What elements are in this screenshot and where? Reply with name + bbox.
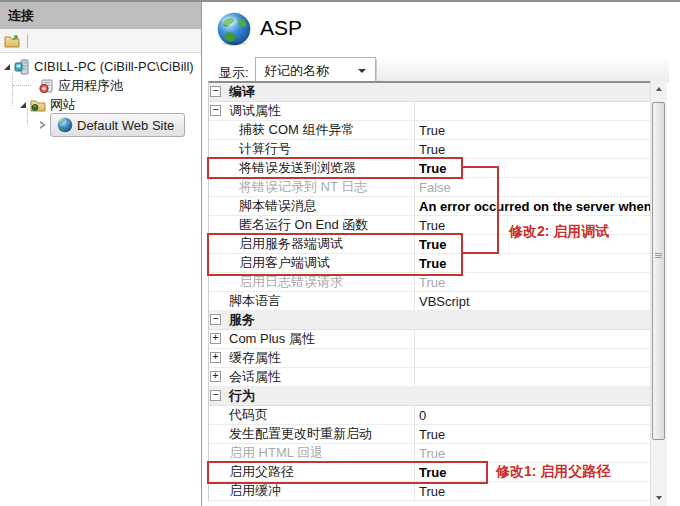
- property-value-cell[interactable]: True: [414, 121, 653, 139]
- property-name-cell: −编译: [209, 83, 414, 101]
- grid-row[interactable]: 启用服务器端调试True: [209, 235, 653, 254]
- display-label: 显示:: [219, 64, 249, 82]
- property-value-cell[interactable]: True: [414, 235, 653, 253]
- connections-toolbar: [0, 29, 201, 53]
- chevron-down-icon: [358, 69, 366, 73]
- arrow-down-icon: [656, 496, 662, 500]
- grid-row[interactable]: 启用 HTML 回退True: [209, 444, 653, 463]
- application-pools-icon: [38, 78, 54, 94]
- property-value-cell[interactable]: True: [414, 216, 653, 234]
- collapse-icon[interactable]: −: [210, 105, 221, 116]
- grid-row[interactable]: 脚本错误消息An error occurred on the server wh…: [209, 197, 653, 216]
- vertical-scrollbar[interactable]: [650, 81, 667, 506]
- property-value-cell[interactable]: [414, 311, 653, 329]
- property-label: 脚本语言: [209, 292, 281, 310]
- property-label: 计算行号: [209, 140, 291, 158]
- expand-icon[interactable]: +: [210, 333, 221, 344]
- property-value-cell[interactable]: [414, 83, 653, 101]
- property-value-cell[interactable]: [414, 330, 653, 348]
- property-value-cell[interactable]: [414, 368, 653, 386]
- property-label: 启用缓冲: [209, 482, 281, 500]
- property-value-cell[interactable]: True: [414, 463, 653, 481]
- grid-tab-strip: [376, 59, 669, 83]
- asp-globe-icon: [216, 11, 252, 47]
- property-name-cell: −服务: [209, 311, 414, 329]
- scroll-up-button[interactable]: [651, 81, 667, 97]
- property-label: 代码页: [209, 406, 268, 424]
- property-value-cell[interactable]: [414, 387, 653, 405]
- grid-row[interactable]: 捕获 COM 组件异常True: [209, 121, 653, 140]
- display-mode-dropdown[interactable]: 好记的名称: [255, 57, 376, 83]
- expand-icon[interactable]: +: [210, 371, 221, 382]
- tree-item-default-web-site[interactable]: Default Web Site: [40, 114, 185, 136]
- grid-row[interactable]: +Com Plus 属性: [209, 330, 653, 349]
- property-name-cell: 脚本错误消息: [209, 197, 414, 215]
- tree-item-sites[interactable]: 网站: [20, 95, 76, 114]
- grid-row[interactable]: 发生配置更改时重新启动True: [209, 425, 653, 444]
- property-value-cell[interactable]: True: [414, 482, 653, 500]
- property-value-cell[interactable]: An error occurred on the server when: [414, 197, 653, 215]
- property-value-cell[interactable]: [414, 102, 653, 120]
- property-label: 匿名运行 On End 函数: [209, 216, 368, 234]
- grid-row[interactable]: 启用缓冲True: [209, 482, 653, 501]
- grid-row[interactable]: 启用父路径True: [209, 463, 653, 482]
- server-icon: [14, 59, 30, 75]
- property-label: 启用日志错误请求: [209, 273, 343, 291]
- new-connection-folder-icon[interactable]: [4, 33, 20, 49]
- grid-row[interactable]: −行为: [209, 387, 653, 406]
- grid-row[interactable]: −调试属性: [209, 102, 653, 121]
- property-value-cell[interactable]: VBScript: [414, 292, 653, 310]
- asp-feature-page: ASP 显示: 好记的名称 −编译−调试属性捕获 COM 组件异常True计算行…: [203, 2, 680, 506]
- property-value-cell[interactable]: True: [414, 254, 653, 272]
- property-name-cell: 计算行号: [209, 140, 414, 158]
- collapse-icon[interactable]: −: [210, 314, 221, 325]
- expanded-arrow-icon[interactable]: [20, 102, 26, 108]
- expand-icon[interactable]: +: [210, 352, 221, 363]
- grid-row[interactable]: +缓存属性: [209, 349, 653, 368]
- grid-row[interactable]: 将错误记录到 NT 日志False: [209, 178, 653, 197]
- property-label: 将错误发送到浏览器: [209, 159, 356, 177]
- property-label: 启用父路径: [209, 463, 294, 481]
- toolbar-separator: [27, 34, 28, 48]
- connections-tree: CIBILL-PC (CiBill-PC\CiBill) 应用程序池: [0, 53, 201, 505]
- property-value-cell[interactable]: [414, 349, 653, 367]
- collapsed-arrow-icon[interactable]: [40, 121, 46, 129]
- grid-row[interactable]: 代码页0: [209, 406, 653, 425]
- grid-row[interactable]: 启用日志错误请求True: [209, 273, 653, 292]
- expanded-arrow-icon[interactable]: [4, 64, 10, 70]
- collapse-icon[interactable]: −: [210, 86, 221, 97]
- property-value-cell[interactable]: True: [414, 425, 653, 443]
- property-value-cell[interactable]: False: [414, 178, 653, 196]
- scrollbar-thumb[interactable]: [652, 102, 665, 440]
- property-label: 捕获 COM 组件异常: [209, 121, 355, 139]
- selected-item-highlight[interactable]: Default Web Site: [50, 113, 185, 137]
- grid-row[interactable]: 匿名运行 On End 函数True: [209, 216, 653, 235]
- iis-manager-window: 连接 CIBILL-PC (CiBill-PC\CiB: [0, 0, 680, 506]
- tree-item-server[interactable]: CIBILL-PC (CiBill-PC\CiBill): [4, 57, 194, 76]
- property-value-cell[interactable]: True: [414, 159, 653, 177]
- tree-item-application-pools[interactable]: 应用程序池: [34, 76, 123, 95]
- grid-row[interactable]: 计算行号True: [209, 140, 653, 159]
- page-title: ASP: [260, 16, 302, 40]
- property-label: 启用服务器端调试: [209, 235, 343, 253]
- property-value-cell[interactable]: 0: [414, 406, 653, 424]
- grid-row[interactable]: 脚本语言VBScript: [209, 292, 653, 311]
- display-mode-value: 好记的名称: [264, 62, 329, 80]
- property-name-cell: 启用父路径: [209, 463, 414, 481]
- property-name-cell: 匿名运行 On End 函数: [209, 216, 414, 234]
- grid-row[interactable]: 启用客户端调试True: [209, 254, 653, 273]
- scroll-down-button[interactable]: [651, 490, 667, 506]
- grid-row[interactable]: −编译: [209, 83, 653, 102]
- property-value-cell[interactable]: True: [414, 444, 653, 462]
- property-name-cell: +会话属性: [209, 368, 414, 386]
- property-value-cell[interactable]: True: [414, 273, 653, 291]
- collapse-icon[interactable]: −: [210, 390, 221, 401]
- tree-item-label: CIBILL-PC (CiBill-PC\CiBill): [34, 59, 194, 74]
- property-name-cell: 启用客户端调试: [209, 254, 414, 272]
- grid-row[interactable]: 将错误发送到浏览器True: [209, 159, 653, 178]
- property-name-cell: 代码页: [209, 406, 414, 424]
- property-value-cell[interactable]: True: [414, 140, 653, 158]
- grid-row[interactable]: +会话属性: [209, 368, 653, 387]
- grid-row[interactable]: −服务: [209, 311, 653, 330]
- property-name-cell: 将错误记录到 NT 日志: [209, 178, 414, 196]
